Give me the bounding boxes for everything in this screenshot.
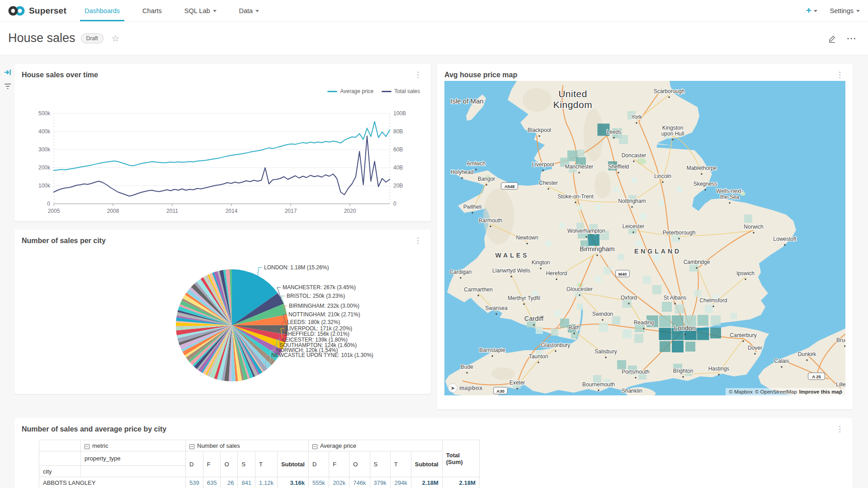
map-label: Doncaster: [622, 152, 646, 159]
map-city-dot: [704, 189, 706, 190]
map-label: Glastonbury: [541, 342, 571, 348]
cell-subtotal: 2.18M: [411, 477, 442, 488]
map-city-dot: [718, 374, 719, 375]
timeseries-chart-canvas: 500k100B400k80B300k60B200k40B100k20B0020…: [22, 91, 424, 220]
map-label: Carmarthen: [464, 286, 492, 293]
dashboard-more-menu-icon[interactable]: ⋯: [846, 35, 857, 41]
property-type-header: property_type: [81, 451, 186, 466]
price-group-header[interactable]: −Average price: [308, 440, 442, 451]
map-label: Scarborough: [654, 88, 685, 94]
map-label: Lowestoft: [773, 236, 797, 242]
legend-item[interactable]: Total sales: [382, 88, 420, 94]
collapse-icon[interactable]: −: [85, 444, 90, 449]
road-badge-label: A548: [505, 184, 515, 189]
map-label: Blackpool: [528, 127, 551, 133]
filter-icon[interactable]: [4, 83, 11, 89]
nav-data[interactable]: Data: [237, 0, 261, 21]
map-canvas[interactable]: UnitedKingdomIsle of ManWALESENGLANDScar…: [444, 81, 845, 395]
map-city-dot: [510, 276, 512, 277]
map-label: St Albans: [664, 295, 687, 301]
heat-cell: [595, 205, 601, 210]
map-label: Lille: [836, 381, 845, 388]
col-header: O: [349, 451, 370, 477]
chart-title: Number of sales per city: [22, 237, 106, 245]
map-city-dot: [575, 202, 576, 203]
map-city-dot: [538, 361, 539, 363]
superset-brand[interactable]: Superset: [8, 0, 66, 21]
map-city-dot: [674, 303, 675, 304]
heat-cell: [604, 267, 611, 274]
map-label: Chester: [539, 180, 558, 186]
map-label: Wolverhampton: [567, 228, 605, 234]
heat-cell: [659, 200, 664, 206]
dashboard-body: House sales over time ⋮ Average priceTot…: [0, 55, 868, 488]
map-city-dot: [533, 324, 534, 325]
pie-label: BRISTOL: 250k (3.23%): [287, 293, 345, 299]
sales-group-header[interactable]: −Number of sales: [186, 440, 309, 451]
city-header: city: [39, 466, 81, 477]
chart-kebab-menu-icon[interactable]: ⋮: [412, 71, 424, 79]
edit-pencil-icon[interactable]: [827, 34, 836, 43]
map-city-dot: [806, 359, 807, 361]
pie-label: BIRMINGHAM: 232k (3.00%): [289, 303, 359, 309]
map-label: Sheffield: [608, 164, 629, 170]
map-city-dot: [729, 202, 730, 203]
chevron-down-icon: [814, 10, 817, 12]
chart-title: Number of sales and average price by cit…: [22, 425, 166, 433]
road-badge-label: M40: [618, 272, 627, 277]
map-label: Merthyr Tydfil: [508, 295, 540, 301]
heat-cell: [554, 310, 561, 317]
legend-item[interactable]: Average price: [327, 88, 373, 94]
osm-attribution-link[interactable]: © OpenStreetMap: [755, 389, 797, 394]
expand-filter-bar-icon[interactable]: [4, 69, 12, 76]
collapse-icon[interactable]: −: [312, 444, 317, 449]
map-label: Barmouth: [479, 217, 502, 224]
map-label: Nottingham: [618, 198, 646, 204]
map-city-dot: [672, 139, 673, 140]
settings-menu[interactable]: Settings: [830, 7, 860, 14]
map-city-dot: [668, 96, 670, 98]
chart-kebab-menu-icon[interactable]: ⋮: [834, 425, 845, 433]
map-city-dot: [631, 206, 632, 207]
heat-cell: [677, 187, 682, 192]
col-header: T: [390, 451, 411, 477]
heat-cell: [659, 315, 671, 327]
metric-header[interactable]: −metric: [81, 440, 186, 451]
nav-sql-lab[interactable]: SQL Lab: [183, 0, 218, 21]
map-city-dot: [632, 231, 634, 233]
map-label: Kingstonupon Hull: [661, 125, 684, 137]
map-city-dot: [556, 278, 557, 280]
map-city-dot: [696, 267, 697, 268]
chart-kebab-menu-icon[interactable]: ⋮: [834, 71, 845, 79]
new-item-button[interactable]: +: [806, 5, 817, 16]
nav-charts[interactable]: Charts: [141, 0, 164, 21]
col-header: D: [186, 451, 203, 477]
y-right-tick: 20B: [393, 183, 403, 189]
pie-label: SHEFFIELD: 156k (2.01%): [284, 331, 349, 337]
map-label: Taunton: [529, 353, 548, 360]
pie-chart-canvas: LONDON: 1.18M (15.26%)MANCHESTER: 267k (…: [22, 247, 424, 392]
nav-dashboards[interactable]: Dashboards: [83, 0, 122, 21]
map-city-dot: [579, 294, 580, 296]
chart-kebab-menu-icon[interactable]: ⋮: [412, 237, 424, 244]
chart-legend[interactable]: Average priceTotal sales: [327, 88, 420, 94]
heat-cell: [599, 323, 608, 332]
legend-swatch: [382, 91, 392, 92]
cell-value: 635: [203, 477, 221, 488]
x-tick: 2011: [166, 208, 178, 214]
improve-map-link[interactable]: Improve this map: [799, 389, 842, 394]
map-city-dot: [684, 333, 685, 335]
favorite-star-icon[interactable]: ☆: [112, 34, 120, 43]
map-city-dot: [602, 319, 603, 320]
map-label: Leeds: [607, 129, 622, 135]
cell-value: 841: [238, 477, 255, 488]
mapbox-logo[interactable]: ➤ mapbox: [448, 383, 483, 393]
mapbox-attribution-link[interactable]: © Mapbox: [729, 389, 753, 394]
mapbox-logo-text: mapbox: [459, 385, 483, 391]
map-label: Exeter: [509, 380, 525, 386]
map-label: Stoke-on-Trent: [557, 193, 594, 200]
settings-label: Settings: [830, 7, 854, 14]
map-label: Liverpool: [532, 161, 554, 168]
collapse-icon[interactable]: −: [189, 444, 194, 449]
map-city-dot: [472, 212, 473, 213]
